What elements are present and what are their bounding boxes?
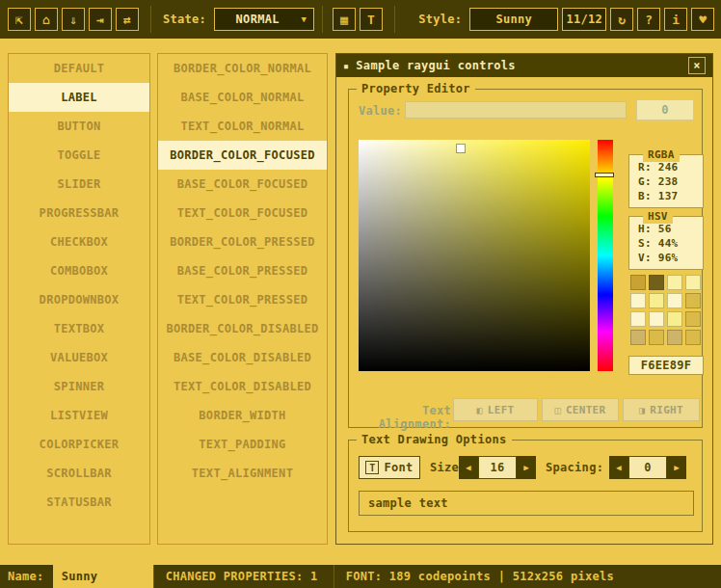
property-item[interactable]: TEXT_COLOR_DISABLED [158,372,327,401]
font-button[interactable]: T Font [359,456,420,479]
hue-cursor[interactable] [595,173,614,177]
spacing-value-box[interactable]: 0 [628,456,667,479]
property-item[interactable]: TEXT_COLOR_PRESSED [158,285,327,314]
align-center-icon: ◫ [555,405,561,415]
style-name: Sunny [496,13,533,26]
statusbar-divider [153,565,154,588]
palette-swatch[interactable] [630,330,646,345]
property-item-selected[interactable]: BORDER_COLOR_FOCUSED [158,141,327,170]
control-item-default[interactable]: DEFAULT [9,54,149,83]
random-style-button[interactable]: ⇄ [116,8,139,31]
hex-color-input[interactable]: F6EE89F [628,356,704,375]
reload-icon: ↻ [618,13,626,27]
color-picker-cursor[interactable] [457,145,465,152]
palette-swatch[interactable] [667,330,682,345]
property-item[interactable]: TEXT_COLOR_FOCUSED [158,199,327,227]
close-button[interactable]: × [688,57,706,74]
controls-list: DEFAULT LABEL BUTTON TOGGLE SLIDER PROGR… [8,53,150,545]
save-file-button[interactable]: ⇓ [62,8,85,31]
size-increase-button[interactable]: ▶ [517,456,536,479]
control-item-listview[interactable]: LISTVIEW [9,401,149,430]
spacing-decrease-button[interactable]: ◀ [609,456,628,479]
style-selector[interactable]: Sunny [469,8,558,31]
control-item-slider[interactable]: SLIDER [9,170,149,199]
load-file-button[interactable]: ⌂ [35,8,58,31]
arrow-right-icon: ▶ [523,463,529,472]
control-item-valuebox[interactable]: VALUEBOX [9,343,149,372]
font-info-status: FONT: 189 codepoints | 512x256 pixels [346,570,614,583]
hue-bar[interactable] [598,140,613,371]
state-dropdown[interactable]: NORMAL ▼ [214,8,314,31]
palette-swatch[interactable] [685,311,701,327]
control-item-dropdownbox[interactable]: DROPDOWNBOX [9,285,149,314]
spacing-label: Spacing: [546,461,603,474]
palette-swatch[interactable] [685,293,701,308]
hsv-saturation-value: S: 44% [638,236,703,251]
palette-swatch[interactable] [649,330,664,345]
help-button[interactable]: ? [637,8,660,31]
font-button-label: Font [384,461,413,474]
size-value-box[interactable]: 16 [478,456,517,479]
property-item[interactable]: BORDER_WIDTH [158,401,327,430]
property-item[interactable]: BASE_COLOR_PRESSED [158,256,327,285]
save-file-icon: ⇓ [69,13,77,27]
control-item-textbox[interactable]: TEXTBOX [9,314,149,343]
sample-text-value: sample text [368,496,448,510]
palette-swatch[interactable] [630,311,646,327]
window-titlebar[interactable]: ▪ Sample raygui controls × [336,54,712,77]
property-item[interactable]: TEXT_PADDING [158,430,327,459]
align-center-label: CENTER [566,404,606,416]
property-item[interactable]: BASE_COLOR_DISABLED [158,343,327,372]
size-decrease-button[interactable]: ◀ [459,456,478,479]
palette-swatch[interactable] [630,293,646,308]
property-item[interactable]: BASE_COLOR_NORMAL [158,83,327,112]
sponsor-button[interactable]: ♥ [691,8,714,31]
palette-swatch[interactable] [649,293,664,308]
align-left-button[interactable]: ◧ LEFT [453,398,538,421]
control-item-toggle[interactable]: TOGGLE [9,141,149,170]
control-item-combobox[interactable]: COMBOBOX [9,256,149,285]
palette-swatch[interactable] [685,330,701,345]
palette-swatch[interactable] [667,293,682,308]
reload-style-button[interactable]: ↻ [610,8,633,31]
palette-swatch[interactable] [649,275,664,290]
style-index-button[interactable]: 11/12 [562,8,606,31]
property-item[interactable]: BORDER_COLOR_DISABLED [158,314,327,343]
control-item-scrollbar[interactable]: SCROLLBAR [9,459,149,488]
property-item[interactable]: BORDER_COLOR_PRESSED [158,227,327,256]
style-table-button[interactable]: ▦ [333,8,356,31]
align-center-button[interactable]: ◫ CENTER [542,398,619,421]
palette-swatch[interactable] [667,311,682,327]
property-item[interactable]: TEXT_ALIGNMENT [158,459,327,488]
property-item[interactable]: BORDER_COLOR_NORMAL [158,54,327,83]
chevron-down-icon: ▼ [301,14,307,24]
property-item[interactable]: TEXT_COLOR_NORMAL [158,112,327,141]
property-item[interactable]: BASE_COLOR_FOCUSED [158,170,327,199]
palette-swatch[interactable] [685,275,701,290]
info-button[interactable]: i [664,8,687,31]
export-file-button[interactable]: ⇥ [89,8,112,31]
value-box[interactable]: 0 [636,99,694,120]
style-name-input[interactable]: Sunny [53,565,153,588]
text-alignment-label: Text Alignment: [359,404,451,431]
control-item-progressbar[interactable]: PROGRESSBAR [9,199,149,227]
sample-text-input[interactable]: sample text [359,491,694,516]
spacing-value: 0 [644,461,652,474]
color-picker-panel[interactable] [359,140,590,371]
control-item-checkbox[interactable]: CHECKBOX [9,227,149,256]
align-right-icon: ◨ [639,405,645,415]
align-left-icon: ◧ [476,405,482,415]
palette-swatch[interactable] [630,275,646,290]
value-slider[interactable] [405,101,627,119]
palette-swatch[interactable] [667,275,682,290]
control-item-spinner[interactable]: SPINNER [9,372,149,401]
font-tool-button[interactable]: T [360,8,383,31]
control-item-label[interactable]: LABEL [9,83,149,112]
palette-swatch[interactable] [649,311,664,327]
control-item-colorpicker[interactable]: COLORPICKER [9,430,149,459]
control-item-button[interactable]: BUTTON [9,112,149,141]
spacing-increase-button[interactable]: ▶ [667,456,686,479]
align-right-button[interactable]: ◨ RIGHT [623,398,700,421]
control-item-statusbar[interactable]: STATUSBAR [9,488,149,517]
new-file-button[interactable]: ⇱ [8,8,31,31]
